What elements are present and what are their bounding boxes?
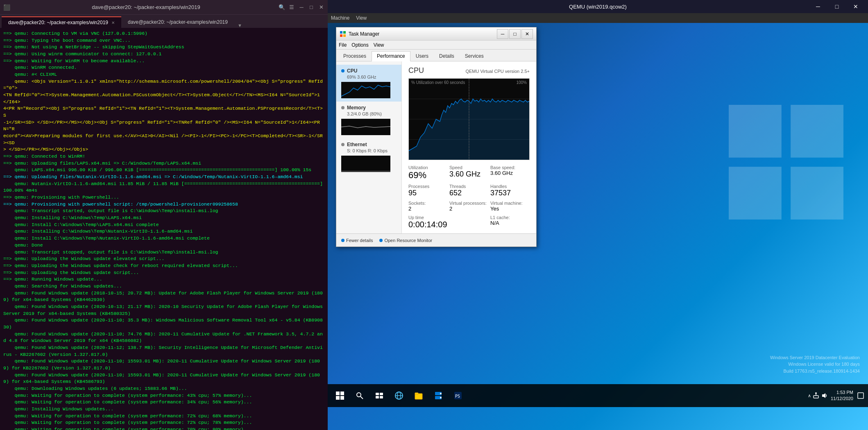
terminal-tab-1[interactable]: dave@packer20: ~/packer-examples/win2019… [2, 16, 121, 28]
qemu-titlebar: QEMU (win2019.qcow2) ─ □ ✕ [328, 0, 868, 13]
terminal-line: ==> qemu: Uploading files/LAPS.x64.msi =… [3, 160, 324, 167]
taskbar-right: ∧ 1:53 PM 11/12/2020 [808, 389, 865, 402]
maximize-button[interactable]: □ [308, 4, 315, 11]
tm-title-icon [340, 31, 346, 37]
qemu-menu-machine[interactable]: Machine [331, 15, 349, 21]
powershell-button[interactable]: PS [449, 387, 467, 405]
close-button[interactable]: ✕ [318, 4, 324, 11]
tab-users[interactable]: Users [410, 51, 434, 61]
ie-button[interactable] [390, 387, 408, 405]
terminal-line: ==> qemu: Provisioning with Powershell..… [3, 194, 324, 201]
stat-utilization: Utilization 69% [408, 165, 448, 181]
tray-expand-button[interactable]: ∧ [808, 393, 811, 398]
terminal-tab-2-label: dave@packer20: ~/packer-examples/win2019 [128, 19, 228, 25]
qemu-menubar: Machine View [328, 13, 868, 23]
terminal-line: ==> qemu: Waiting for WinRM to become av… [3, 58, 324, 65]
terminal-line: ==> qemu: Uploading files/Nutanix-VirtIO… [3, 174, 324, 181]
server-manager-button[interactable] [429, 387, 447, 405]
tab-performance[interactable]: Performance [372, 51, 410, 61]
svg-rect-39 [415, 393, 418, 394]
terminal-line: ==> qemu: Uploading the Windows update s… [3, 269, 324, 276]
svg-rect-13 [343, 34, 346, 37]
terminal-line: ==> qemu: Connecting to VM via VNC (127.… [3, 30, 324, 37]
qemu-menu-view[interactable]: View [356, 15, 367, 21]
cpu-dot [341, 69, 344, 72]
svg-point-42 [440, 393, 442, 394]
search-icon [356, 392, 364, 400]
svg-rect-25 [336, 392, 340, 395]
sidebar-item-ethernet[interactable]: Ethernet S: 0 Kbps R: 0 Kbps [336, 138, 401, 175]
taskbar-clock[interactable]: 1:53 PM 11/12/2020 [831, 389, 853, 402]
terminal-line: qemu: Found Windows update (2018-10-15; … [3, 290, 324, 303]
tm-close-button[interactable]: ✕ [521, 29, 533, 39]
terminal-line: qemu: Waiting for operation to complete … [3, 392, 324, 399]
terminal-tab-2[interactable]: dave@packer20: ~/packer-examples/win2019 [121, 16, 234, 28]
tm-titlebar: Task Manager ─ □ ✕ [336, 27, 536, 41]
svg-rect-34 [380, 396, 383, 398]
ethernet-mini-graph [341, 156, 390, 172]
fewer-details-button[interactable]: Fewer details [341, 238, 373, 243]
svg-rect-0 [729, 105, 782, 158]
search-button[interactable] [351, 387, 369, 405]
explorer-button[interactable] [410, 387, 428, 405]
terminal-line: qemu: Nutanix-VirtIO-1.1.6-amd64.msi 11.… [3, 181, 324, 194]
notification-button[interactable] [857, 392, 865, 400]
terminal-line: qemu: #< CLIXML [3, 71, 324, 78]
notification-icon [857, 392, 864, 399]
sidebar-item-memory[interactable]: Memory 3.2/4.0 GB (80%) [336, 102, 401, 138]
terminal-line: ecord"><AV>Preparing modules for first u… [3, 133, 324, 146]
svg-rect-50 [858, 393, 863, 398]
tm-minimize-button[interactable]: ─ [497, 29, 508, 39]
tm-content: CPU 69% 3.60 GHz Memory 3.2/4. [336, 61, 536, 233]
terminal-line: qemu: Installing C:\Windows\Temp\Nutanix… [3, 228, 324, 235]
tm-statusbar: Fewer details Open Resource Monitor [336, 233, 536, 247]
terminal-tab-1-close[interactable]: ✕ [111, 20, 115, 25]
svg-marker-23 [469, 99, 529, 160]
tab-processes[interactable]: Processes [338, 51, 372, 61]
terminal-line: qemu: Waiting for operation to complete … [3, 413, 324, 420]
terminal-line: qemu: Transcript stopped, output file is… [3, 249, 324, 256]
terminal-line: qemu: Waiting for operation to complete … [3, 399, 324, 406]
terminal-line: qemu: Found Windows update (2020-10-13; … [3, 303, 324, 317]
new-tab-button[interactable]: ▼ [238, 23, 242, 28]
windows-taskbar: PS ∧ [328, 384, 868, 407]
terminal-line: qemu: Downloading Windows updates (6 upd… [3, 385, 324, 392]
terminal-line: ==> qemu: Connected to WinRM! [3, 153, 324, 160]
windows-watermark: Windows Server 2019 Datacenter Evaluatio… [770, 354, 860, 375]
terminal-line: qemu: Installing Windows updates... [3, 406, 324, 413]
resource-monitor-icon [379, 239, 383, 242]
task-view-button[interactable] [370, 387, 388, 405]
minimize-button[interactable]: ─ [298, 4, 305, 11]
svg-rect-31 [376, 393, 379, 395]
tm-menu-options[interactable]: Options [351, 42, 368, 48]
svg-point-29 [357, 393, 361, 397]
qemu-close-button[interactable]: ✕ [847, 1, 865, 12]
search-button[interactable]: 🔍 [279, 4, 285, 11]
stat-uptime: Up time 0:00:14:09 [408, 215, 489, 229]
tm-cpu-panel: CPU QEMU Virtual CPU version 2.5+ % Util… [402, 61, 536, 233]
terminal-line: <TN RefId="0"><T>System.Management.Autom… [3, 92, 324, 105]
task-view-icon [375, 392, 383, 400]
tm-menu-file[interactable]: File [339, 42, 347, 48]
tm-title-text: Task Manager [349, 31, 497, 37]
terminal-line: qemu: Install C:\Windows\Temp\LAPS.x64.m… [3, 222, 324, 229]
terminal-panel: ⬛ dave@packer20: ~/packer-examples/win20… [0, 0, 328, 430]
qemu-maximize-button[interactable]: □ [828, 1, 846, 12]
qemu-minimize-button[interactable]: ─ [809, 1, 827, 12]
svg-point-48 [815, 392, 817, 394]
start-button[interactable] [331, 387, 349, 405]
tm-menu-view[interactable]: View [374, 42, 384, 48]
windows-panel: QEMU (win2019.qcow2) ─ □ ✕ Machine View [328, 0, 868, 430]
menu-button[interactable]: ☰ [288, 4, 295, 11]
svg-line-30 [360, 396, 363, 399]
tm-maximize-button[interactable]: □ [509, 29, 521, 39]
sidebar-item-cpu[interactable]: CPU 69% 3.60 GHz [336, 65, 401, 102]
terminal-line: qemu: Waiting for operation to complete … [3, 426, 324, 430]
cpu-graph-svg [409, 79, 529, 160]
svg-text:PS: PS [455, 394, 460, 398]
terminal-line: qemu: WinRM connected. [3, 64, 324, 71]
tab-services[interactable]: Services [460, 51, 489, 61]
tab-details[interactable]: Details [434, 51, 460, 61]
svg-point-43 [440, 397, 442, 398]
open-resource-monitor-button[interactable]: Open Resource Monitor [379, 238, 432, 243]
